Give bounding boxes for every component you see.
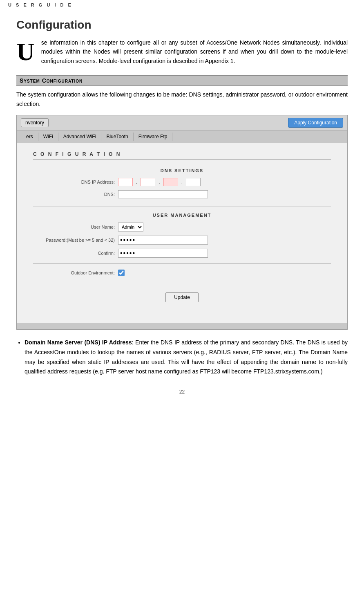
nav-item-firmware-ftp[interactable]: Firmware Ftp (134, 133, 173, 141)
confirm-label: Confirm: (33, 251, 115, 256)
confirm-input[interactable] (118, 249, 208, 258)
section-heading-text: System Configuration (20, 77, 83, 84)
page-header: U S E R G U I D E (0, 0, 364, 10)
apply-config-button[interactable]: Apply Configuration (288, 118, 343, 128)
dns-ip-octet2[interactable] (141, 178, 155, 186)
bullet-item-dns: Domain Name Server (DNS) IP Address: Ent… (25, 338, 348, 377)
update-label: Update (174, 294, 190, 300)
dns-ip-label: DNS IP Address: (33, 180, 115, 184)
bottom-spacer (33, 302, 331, 310)
dns-ip-octet3[interactable] (163, 178, 178, 186)
dns-ip-row: DNS IP Address: . . . (33, 178, 331, 186)
inventory-label: nventory (25, 120, 44, 126)
spacer (33, 280, 331, 288)
password-input[interactable] (118, 236, 208, 245)
outdoor-label: Outdoor Environment: (33, 270, 115, 275)
screenshot-toolbar: nventory Apply Configuration (17, 115, 347, 130)
dns-row: DNS: (33, 190, 331, 198)
password-label: Password:(Must be >= 5 and < 32) (33, 238, 115, 243)
divider2 (33, 263, 331, 264)
screenshot-footer (17, 323, 347, 329)
username-row: User Name: Admin (33, 223, 331, 232)
dns-ip-octet1[interactable] (118, 178, 133, 186)
intro-text: se information in this chapter to config… (41, 38, 348, 65)
dns-ip-octet4[interactable] (186, 178, 201, 186)
nav-item-ers[interactable]: ers (21, 133, 38, 141)
update-button[interactable]: Update (165, 292, 199, 302)
apply-label: Apply Configuration (294, 120, 337, 126)
bullet-bold: Domain Name Server (DNS) IP Address (25, 339, 132, 346)
drop-cap: U (16, 39, 35, 65)
section-description: The system configuration allows the foll… (16, 90, 348, 108)
intro-block: U se information in this chapter to conf… (16, 38, 348, 65)
nav-item-bluetooth[interactable]: BlueTooth (101, 133, 133, 141)
section-heading: System Configuration (16, 75, 348, 86)
nav-item-advanced-wifi[interactable]: Advanced WiFi (58, 133, 102, 141)
user-mgmt-title: USER MANAGEMENT (33, 213, 331, 218)
nav-item-wifi[interactable]: WiFi (38, 133, 58, 141)
dot3: . (181, 179, 183, 185)
outdoor-row: Outdoor Environment: (33, 270, 331, 276)
user-management-block: USER MANAGEMENT User Name: Admin Passwor… (33, 213, 331, 258)
username-select[interactable]: Admin (118, 223, 143, 232)
dns-label: DNS: (33, 192, 115, 197)
page-number: 22 (16, 389, 348, 395)
dns-input[interactable] (118, 190, 208, 198)
config-section-title: C O N F I G U R A T I O N (33, 151, 331, 160)
screenshot-nav: ers WiFi Advanced WiFi BlueTooth Firmwar… (17, 130, 347, 143)
dns-settings-block: DNS SETTINGS DNS IP Address: . . . DNS: (33, 168, 331, 198)
update-button-container: Update (33, 292, 331, 302)
dns-section-title: DNS SETTINGS (33, 168, 331, 173)
inventory-button[interactable]: nventory (21, 118, 49, 127)
bullet-list: Domain Name Server (DNS) IP Address: Ent… (25, 338, 348, 377)
username-label: User Name: (33, 225, 115, 229)
screenshot-container: nventory Apply Configuration ers WiFi Ad… (16, 115, 348, 330)
password-row: Password:(Must be >= 5 and < 32) (33, 236, 331, 245)
outdoor-checkbox[interactable] (118, 270, 125, 276)
dot1: . (136, 179, 137, 185)
main-content: Configuration U se information in this c… (0, 10, 364, 403)
page-title: Configuration (16, 18, 348, 31)
divider1 (33, 207, 331, 207)
dot2: . (159, 179, 160, 185)
confirm-row: Confirm: (33, 249, 331, 258)
header-text: U S E R G U I D E (8, 2, 73, 7)
screenshot-body: C O N F I G U R A T I O N DNS SETTINGS D… (17, 143, 347, 323)
